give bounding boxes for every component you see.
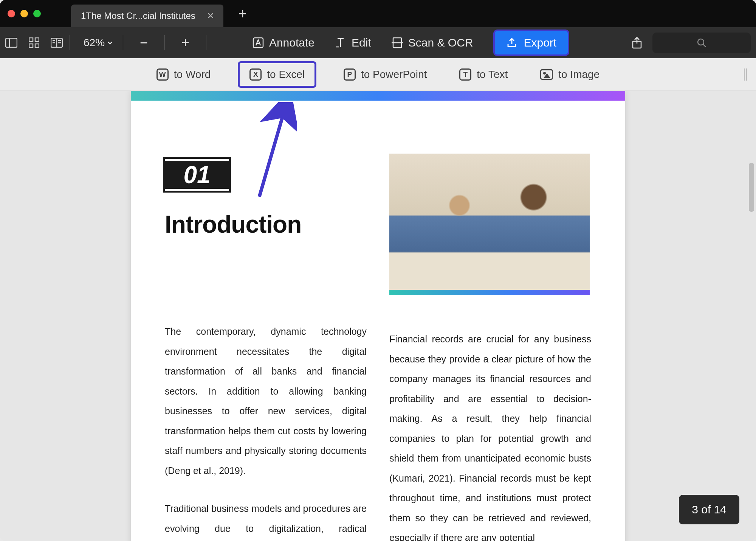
photo-gradient-underline xyxy=(389,290,590,295)
export-to-excel[interactable]: X to Excel xyxy=(238,61,316,88)
reader-view-icon[interactable] xyxy=(51,38,63,48)
scan-icon xyxy=(392,37,403,48)
svg-rect-4 xyxy=(29,44,33,48)
svg-point-17 xyxy=(698,39,704,45)
export-icon xyxy=(506,37,517,48)
zoom-out-button[interactable]: − xyxy=(133,35,155,51)
center-actions: Annotate Edit Scan & OCR xyxy=(253,30,569,56)
left-column: 01 Introduction The contemporary, dynami… xyxy=(165,154,367,541)
body-paragraph: The contemporary, dynamic technology env… xyxy=(165,322,367,480)
window-controls xyxy=(8,10,41,17)
right-column: Financial records are crucial for any bu… xyxy=(389,154,591,541)
export-to-word[interactable]: W to Word xyxy=(151,65,216,84)
photo-placeholder xyxy=(389,154,590,290)
body-paragraph: Traditional business models and procedur… xyxy=(165,499,367,541)
new-tab-button[interactable]: + xyxy=(239,6,247,22)
svg-rect-3 xyxy=(35,38,39,42)
export-to-powerpoint[interactable]: P to PowerPoint xyxy=(338,65,432,84)
export-to-text[interactable]: T to Text xyxy=(454,65,513,84)
page-header-gradient xyxy=(131,91,625,101)
divider xyxy=(123,35,123,50)
image-icon xyxy=(540,69,553,80)
close-tab-icon[interactable]: ✕ xyxy=(204,10,217,22)
main-toolbar: 62% − + Annotate Edit xyxy=(0,27,756,58)
svg-line-18 xyxy=(703,44,706,47)
tab-title: 1The Most Cr...cial Institutes xyxy=(81,11,195,21)
export-image-label: to Image xyxy=(558,68,600,81)
export-to-image[interactable]: to Image xyxy=(535,65,605,84)
view-mode-group xyxy=(5,38,63,48)
fullscreen-window-button[interactable] xyxy=(33,10,41,17)
right-actions xyxy=(631,33,751,53)
chapter-badge: 01 xyxy=(165,154,229,195)
export-text-label: to Text xyxy=(477,68,508,81)
svg-rect-0 xyxy=(6,38,17,47)
zoom-level-dropdown[interactable]: 62% xyxy=(84,37,113,49)
page-indicator: 3 of 14 xyxy=(679,495,739,524)
page-title: Introduction xyxy=(165,210,367,238)
divider xyxy=(164,35,165,50)
page-content: 01 Introduction The contemporary, dynami… xyxy=(131,101,625,541)
zoom-value: 62% xyxy=(84,37,105,49)
document-photo xyxy=(389,154,590,295)
body-paragraph: Financial records are crucial for any bu… xyxy=(389,329,591,541)
export-excel-label: to Excel xyxy=(267,68,305,81)
thumbnail-view-icon[interactable] xyxy=(28,38,40,48)
text-icon: T xyxy=(459,68,471,81)
export-word-label: to Word xyxy=(174,68,211,81)
search-input[interactable] xyxy=(652,33,751,53)
word-icon: W xyxy=(156,68,169,81)
edit-label: Edit xyxy=(352,36,371,49)
export-powerpoint-label: to PowerPoint xyxy=(361,68,427,81)
chevron-down-icon xyxy=(107,40,113,46)
close-window-button[interactable] xyxy=(8,10,15,17)
export-button[interactable]: Export xyxy=(493,30,569,56)
sidebar-toggle-icon[interactable] xyxy=(5,38,17,48)
zoom-in-button[interactable]: + xyxy=(175,35,196,51)
chapter-number: 01 xyxy=(165,159,229,191)
toolbar-grabber[interactable] xyxy=(744,68,747,81)
zoom-controls: 62% − + xyxy=(84,35,213,51)
divider xyxy=(206,35,206,50)
powerpoint-icon: P xyxy=(344,68,356,81)
scan-ocr-button[interactable]: Scan & OCR xyxy=(392,36,473,49)
minimize-window-button[interactable] xyxy=(20,10,28,17)
scan-ocr-label: Scan & OCR xyxy=(408,36,473,49)
export-toolbar: W to Word X to Excel P to PowerPoint T t… xyxy=(0,58,756,91)
svg-rect-2 xyxy=(29,38,33,42)
excel-icon: X xyxy=(249,68,262,81)
edit-icon xyxy=(335,37,346,48)
edit-button[interactable]: Edit xyxy=(335,36,371,49)
document-viewport[interactable]: 01 Introduction The contemporary, dynami… xyxy=(0,91,756,541)
document-page: 01 Introduction The contemporary, dynami… xyxy=(131,91,625,541)
tab-bar: 1The Most Cr...cial Institutes ✕ + xyxy=(71,0,247,27)
search-icon xyxy=(697,38,706,48)
export-label: Export xyxy=(524,36,556,49)
titlebar: 1The Most Cr...cial Institutes ✕ + xyxy=(0,0,756,27)
share-button[interactable] xyxy=(631,37,643,48)
annotate-icon xyxy=(253,37,264,48)
annotate-button[interactable]: Annotate xyxy=(253,36,314,49)
divider xyxy=(70,35,70,50)
page-indicator-text: 3 of 14 xyxy=(692,503,727,516)
svg-rect-5 xyxy=(35,44,39,48)
vertical-scrollbar[interactable] xyxy=(749,163,754,212)
annotate-label: Annotate xyxy=(269,36,314,49)
tab-document[interactable]: 1The Most Cr...cial Institutes ✕ xyxy=(71,5,223,27)
